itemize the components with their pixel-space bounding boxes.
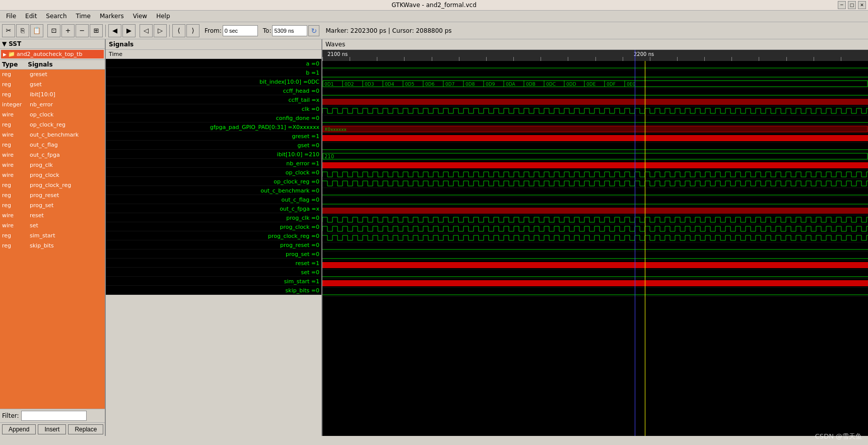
copy-button[interactable]: ⎘ — [16, 24, 29, 37]
signal-list-item[interactable]: regsim_start — [0, 231, 105, 241]
signal-list-item[interactable]: regout_c_flag — [0, 140, 105, 150]
signal-list-item[interactable]: wireout_c_fpga — [0, 150, 105, 160]
signal-name: out_c_fpga — [30, 151, 60, 160]
signal-name-row: op_clock_reg =0 — [106, 177, 321, 186]
menu-markers[interactable]: Markers — [96, 12, 128, 21]
signal-name: out_c_flag — [30, 141, 58, 150]
toolbar-separator — [105, 25, 106, 37]
signal-name-row: greset =1 — [106, 132, 321, 141]
svg-text:0DB: 0DB — [526, 82, 536, 87]
signal-name: set — [30, 221, 38, 230]
append-button[interactable]: Append — [2, 424, 36, 434]
svg-text:0DF: 0DF — [607, 82, 616, 87]
signals-list[interactable]: reggresetreggsetregibit[10:0]integernb_e… — [0, 70, 105, 409]
wave-row — [322, 97, 868, 106]
wave-row: 0D10D20D30D40D50D60D70D80D90DA0DB0DC0DD0… — [322, 79, 868, 88]
shift-left-button[interactable]: ◁ — [140, 24, 153, 37]
cut-button[interactable]: ✂ — [2, 24, 15, 37]
signals-time-header: Time — [106, 50, 321, 59]
signal-list-item[interactable]: regprog_clock_reg — [0, 180, 105, 190]
waves-header: Waves — [322, 39, 868, 50]
signal-type: reg — [2, 231, 30, 240]
shift-right-button[interactable]: ▷ — [154, 24, 167, 37]
replace-button[interactable]: Replace — [68, 424, 103, 434]
zoom-fit-button[interactable]: ⊡ — [47, 24, 60, 37]
signal-name-row: clk =0 — [106, 104, 321, 113]
signal-list-item[interactable]: regprog_reset — [0, 190, 105, 201]
signal-list-item[interactable]: regibit[10:0] — [0, 90, 105, 100]
signal-list-item[interactable]: regprog_set — [0, 201, 105, 211]
menu-help[interactable]: Help — [152, 12, 174, 21]
to-label: To: — [263, 27, 272, 34]
insert-button[interactable]: Insert — [38, 424, 66, 434]
filter-input[interactable] — [21, 411, 87, 421]
signal-name: op_clock — [30, 110, 53, 119]
forward-button[interactable]: ▶ — [122, 24, 136, 37]
close-button[interactable]: ✕ — [858, 1, 866, 9]
waves-panel: Waves 2100 ns2200 ns 0D10D20D30D40D50D60… — [322, 39, 868, 436]
refresh-button[interactable]: ↻ — [308, 25, 319, 36]
filter-bar: Filter: — [0, 409, 105, 422]
menu-view[interactable]: View — [129, 12, 151, 21]
wave-row: X0xxxxxx — [322, 124, 868, 134]
signal-list-item[interactable]: regskip_bits — [0, 241, 105, 251]
sst-tree: ▶ 📁 and2_autocheck_top_tb — [0, 49, 105, 59]
type-column-header: Type — [2, 61, 18, 68]
signal-list-item[interactable]: wireout_c_benchmark — [0, 130, 105, 140]
waves-timescale: 2100 ns2200 ns — [322, 50, 868, 61]
from-input[interactable] — [223, 25, 258, 36]
wave-row — [322, 143, 868, 152]
svg-rect-39 — [322, 135, 868, 141]
signal-list-item[interactable]: wireprog_clk — [0, 160, 105, 170]
wave-row — [322, 251, 868, 261]
svg-text:0DC: 0DC — [546, 82, 556, 87]
signal-name-row: ccff_tail =x — [106, 95, 321, 104]
signal-name-row: set =0 — [106, 268, 321, 277]
paste-button[interactable]: 📋 — [30, 24, 43, 37]
wave-row — [322, 233, 868, 242]
zoom-out-button[interactable]: − — [76, 24, 89, 37]
wave-row — [322, 188, 868, 197]
maximize-button[interactable]: □ — [848, 1, 856, 9]
sst-collapse-icon[interactable]: ▼ — [2, 40, 7, 47]
signal-list-item[interactable]: integernb_error — [0, 100, 105, 110]
signal-list-item[interactable]: wirereset — [0, 211, 105, 221]
menu-time[interactable]: Time — [72, 12, 95, 21]
signal-type: reg — [2, 80, 30, 89]
signal-list-item[interactable]: reggset — [0, 80, 105, 90]
minimize-button[interactable]: ─ — [838, 1, 846, 9]
signal-name: op_clock_reg — [30, 120, 65, 130]
signal-list-item[interactable]: reggreset — [0, 70, 105, 80]
sst-tree-item[interactable]: ▶ 📁 and2_autocheck_top_tb — [1, 50, 104, 58]
signal-name-row: out_c_flag =0 — [106, 195, 321, 204]
to-input[interactable] — [272, 25, 307, 36]
menu-file[interactable]: File — [2, 12, 20, 21]
signal-list-item[interactable]: wireop_clock — [0, 110, 105, 120]
wave-row — [322, 179, 868, 188]
svg-text:0E0: 0E0 — [627, 82, 635, 87]
signal-list-item[interactable]: wireset — [0, 221, 105, 231]
marker-line — [645, 61, 645, 436]
signal-type: wire — [2, 221, 30, 230]
wave-row — [322, 106, 868, 115]
signal-name: ibit[10:0] — [30, 90, 55, 99]
zoom-in-button[interactable]: + — [61, 24, 75, 37]
signals-panel-header: Signals — [106, 39, 321, 50]
back-button[interactable]: ◀ — [108, 24, 121, 37]
next-button[interactable]: ⟩ — [186, 24, 199, 37]
menu-edit[interactable]: Edit — [21, 12, 41, 21]
signal-list-item[interactable]: regop_clock_reg — [0, 120, 105, 130]
svg-text:0D1: 0D1 — [324, 82, 333, 87]
svg-text:0D2: 0D2 — [345, 82, 354, 87]
svg-text:0D7: 0D7 — [445, 82, 454, 87]
watermark: CSDN @雪天鱼 — [815, 432, 862, 441]
signal-list-item[interactable]: wireprog_clock — [0, 170, 105, 180]
signal-type: reg — [2, 201, 30, 210]
prev-button[interactable]: ⟨ — [172, 24, 185, 37]
signal-names-list: a =0b =1bit_index[10:0] =0DCccff_head =0… — [106, 59, 321, 436]
waves-canvas[interactable]: 0D10D20D30D40D50D60D70D80D90DA0DB0DC0DD0… — [322, 61, 868, 436]
zoom-full-button[interactable]: ⊞ — [90, 24, 103, 37]
menu-search[interactable]: Search — [42, 12, 71, 21]
wave-row — [322, 206, 868, 215]
wave-row — [322, 70, 868, 79]
